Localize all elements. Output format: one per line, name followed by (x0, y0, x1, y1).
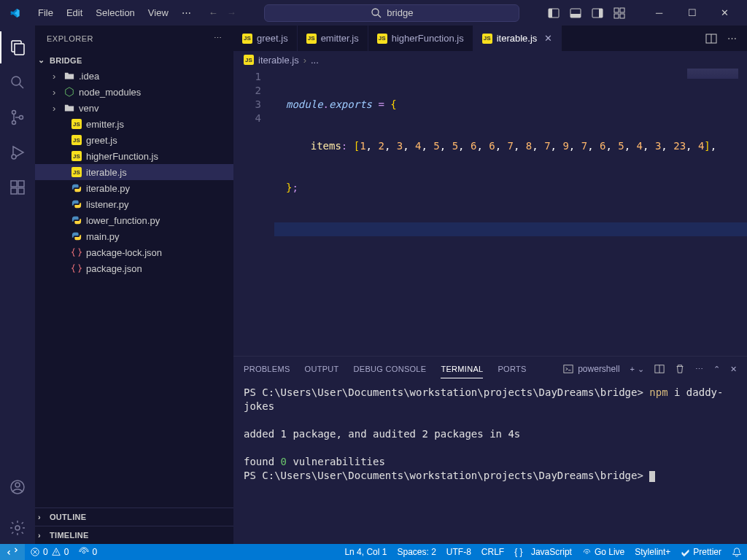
status-ports[interactable]: 0 (74, 544, 102, 560)
file-tree-item[interactable]: JSgreet.js (35, 132, 233, 148)
panel-tab-problems[interactable]: PROBLEMS (244, 360, 290, 378)
tree-item-label: package.json (86, 263, 142, 274)
minimap[interactable] (687, 69, 738, 79)
svg-point-14 (12, 111, 16, 114)
breadcrumb[interactable]: JS iterable.js › ... (233, 51, 747, 69)
js-file-icon: JS (70, 167, 83, 177)
tree-item-label: package-lock.json (86, 247, 162, 258)
js-file-icon: JS (70, 135, 83, 145)
tab-label: greet.js (257, 33, 288, 44)
file-tree-item[interactable]: main.py (35, 228, 233, 244)
svg-point-24 (15, 526, 20, 530)
layout-sidebar-right-icon[interactable] (592, 7, 603, 19)
status-prettier[interactable]: Prettier (676, 544, 727, 560)
svg-point-12 (12, 77, 20, 85)
terminal-new-icon[interactable]: + (630, 365, 635, 373)
terminal-split-icon[interactable] (654, 364, 665, 374)
terminal-dropdown-icon[interactable]: ⌄ (638, 365, 644, 374)
svg-rect-3 (549, 9, 552, 18)
js-file-icon: JS (377, 34, 387, 44)
tree-item-label: lower_function.py (86, 215, 160, 226)
editor-tab[interactable]: JShigherFunction.js (368, 26, 473, 51)
js-file-icon: JS (306, 34, 317, 44)
menu-file[interactable]: File (32, 4, 59, 21)
window-minimize-icon[interactable]: ─ (643, 1, 676, 26)
outline-section-header[interactable]: › OUTLINE (35, 511, 233, 523)
status-encoding[interactable]: UTF-8 (441, 544, 476, 560)
editor-tab[interactable]: JSemitter.js (298, 26, 368, 51)
nav-back-icon[interactable]: ← (209, 7, 218, 18)
editor-more-icon[interactable]: ⋯ (727, 33, 737, 44)
json-file-icon (70, 247, 83, 257)
activity-source-control-icon[interactable] (0, 101, 35, 133)
status-stylelint[interactable]: Stylelint+ (630, 544, 676, 560)
file-tree-item[interactable]: package-lock.json (35, 244, 233, 260)
window-close-icon[interactable]: ✕ (708, 1, 741, 26)
panel-tab-ports[interactable]: PORTS (498, 360, 526, 378)
nav-forward-icon[interactable]: → (227, 7, 236, 18)
menu-overflow-icon[interactable]: ⋯ (176, 4, 197, 21)
command-center-search[interactable]: bridge (264, 4, 519, 22)
status-cursor-position[interactable]: Ln 4, Col 1 (339, 544, 392, 560)
menu-view[interactable]: View (142, 4, 174, 21)
terminal-shell-selector[interactable]: powershell (563, 364, 619, 374)
panel-tab-terminal[interactable]: TERMINAL (441, 360, 483, 378)
file-tree-item[interactable]: package.json (35, 260, 233, 276)
svg-rect-20 (18, 188, 24, 194)
terminal-content[interactable]: PS C:\Users\User\Documents\workstation\p… (233, 381, 747, 544)
code-editor[interactable]: 1 2 3 4 module.exports = { items: [1, 2,… (233, 69, 747, 356)
file-tree-item[interactable]: JShigherFunction.js (35, 148, 233, 164)
activity-settings-icon[interactable] (0, 512, 35, 544)
window-maximize-icon[interactable]: ☐ (676, 1, 708, 26)
status-eol[interactable]: CRLF (476, 544, 509, 560)
layout-panel-icon[interactable] (570, 7, 581, 19)
customize-layout-icon[interactable] (614, 7, 625, 19)
panel-tab-debug-console[interactable]: DEBUG CONSOLE (354, 360, 427, 378)
status-remote-icon[interactable] (0, 544, 25, 560)
editor-tab[interactable]: JSgreet.js (233, 26, 298, 51)
folder-tree-item[interactable]: ›venv (35, 100, 233, 116)
editor-tab[interactable]: JSiterable.js✕ (473, 26, 562, 51)
editor-tabs: JSgreet.jsJSemitter.jsJShigherFunction.j… (233, 26, 747, 51)
status-notifications-icon[interactable] (727, 544, 747, 560)
activity-search-icon[interactable] (0, 66, 35, 98)
activity-extensions-icon[interactable] (0, 171, 35, 203)
project-section-header[interactable]: ⌄ BRIDGE (35, 54, 233, 66)
split-editor-icon[interactable] (705, 33, 717, 44)
json-file-icon (70, 263, 83, 273)
explorer-more-icon[interactable]: ⋯ (214, 34, 222, 43)
layout-sidebar-left-icon[interactable] (548, 7, 560, 19)
status-go-live[interactable]: Go Live (577, 544, 630, 560)
activity-run-debug-icon[interactable] (0, 136, 35, 168)
file-tree: ›.idea›node_modules›venvJSemitter.jsJSgr… (35, 66, 233, 278)
activity-accounts-icon[interactable] (0, 471, 35, 503)
timeline-section-header[interactable]: › TIMELINE (35, 529, 233, 541)
tree-item-label: iterable.py (86, 183, 130, 194)
activity-explorer-icon[interactable] (0, 31, 35, 63)
status-indentation[interactable]: Spaces: 2 (392, 544, 441, 560)
svg-rect-19 (11, 188, 17, 194)
panel-tab-output[interactable]: OUTPUT (305, 360, 339, 378)
panel-maximize-icon[interactable]: ⌃ (713, 365, 720, 374)
terminal-kill-icon[interactable] (675, 364, 685, 374)
menu-edit[interactable]: Edit (61, 4, 88, 21)
status-errors[interactable]: 0 0 (25, 544, 74, 560)
folder-tree-item[interactable]: ›.idea (35, 68, 233, 84)
panel-more-icon[interactable]: ⋯ (695, 365, 703, 374)
file-tree-item[interactable]: iterable.py (35, 180, 233, 196)
menu-selection[interactable]: Selection (90, 4, 140, 21)
chevron-right-icon: › (53, 103, 63, 114)
chevron-right-icon: › (53, 71, 63, 82)
js-file-icon: JS (70, 151, 83, 161)
tree-item-label: higherFunction.js (86, 151, 158, 162)
svg-point-17 (12, 155, 16, 159)
file-tree-item[interactable]: JSiterable.js (35, 164, 233, 180)
folder-tree-item[interactable]: ›node_modules (35, 84, 233, 100)
status-language[interactable]: { } JavaScript (509, 544, 577, 560)
file-tree-item[interactable]: lower_function.py (35, 212, 233, 228)
tab-close-icon[interactable]: ✕ (544, 33, 552, 44)
file-tree-item[interactable]: JSemitter.js (35, 116, 233, 132)
panel-close-icon[interactable]: ✕ (730, 365, 737, 374)
tree-item-label: emitter.js (86, 119, 124, 130)
file-tree-item[interactable]: listener.py (35, 196, 233, 212)
